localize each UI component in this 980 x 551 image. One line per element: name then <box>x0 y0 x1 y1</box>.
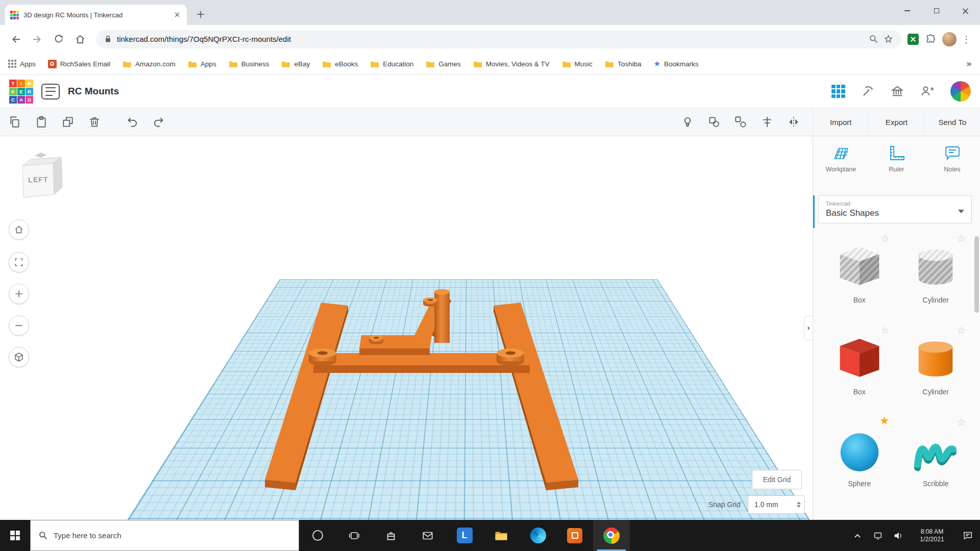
shape-tile-cylinder-striped[interactable]: ☆ Cylinder <box>898 237 974 311</box>
address-bar[interactable]: tinkercad.com/things/7Oq5NQrPXCI-rc-moun… <box>96 30 901 48</box>
window-maximize-button[interactable] <box>922 0 951 21</box>
volume-button[interactable] <box>888 520 909 551</box>
bookmark-folder[interactable]: eBay <box>281 60 310 68</box>
forward-button[interactable] <box>28 30 47 49</box>
shape-tile-scribble[interactable]: ☆ Scribble <box>898 420 974 495</box>
model-left-rail[interactable] <box>265 303 348 483</box>
shape-tile-sphere[interactable]: ★ Sphere <box>821 420 898 495</box>
mirror-button[interactable] <box>786 114 801 130</box>
zoom-out-button[interactable] <box>9 315 29 336</box>
start-button[interactable] <box>0 520 30 551</box>
taskbar-app-mail[interactable] <box>409 520 446 551</box>
copy-button[interactable] <box>7 114 22 130</box>
tinkercad-logo[interactable]: T I N K E R C A D <box>9 80 33 104</box>
notes-tool[interactable]: Notes <box>929 144 976 189</box>
extension-icon-green[interactable] <box>908 34 919 45</box>
taskbar-app-l[interactable]: L <box>446 520 483 551</box>
align-button[interactable] <box>760 114 775 130</box>
favorite-star-icon[interactable]: ☆ <box>957 324 966 336</box>
perspective-toggle-button[interactable] <box>9 347 29 367</box>
tab-close-icon[interactable]: × <box>173 10 182 19</box>
viewcube-side-face[interactable] <box>53 157 62 194</box>
home-button[interactable] <box>70 30 90 49</box>
ruler-tool[interactable]: Ruler <box>873 144 920 189</box>
bookmark-folder[interactable]: Business <box>229 60 270 68</box>
tray-show-hidden-button[interactable] <box>847 520 868 551</box>
action-center-button[interactable] <box>955 520 980 551</box>
building-icon[interactable] <box>890 84 904 98</box>
group-button[interactable] <box>706 114 722 130</box>
shape-library-dropdown[interactable]: Tinkercad Basic Shapes <box>818 195 972 223</box>
design-properties-button[interactable] <box>41 84 60 99</box>
window-minimize-button[interactable] <box>893 0 922 21</box>
panel-scrollbar[interactable] <box>974 236 979 313</box>
duplicate-button[interactable] <box>60 114 76 130</box>
panel-collapse-button[interactable]: › <box>804 316 813 340</box>
browser-menu-button[interactable]: ⋮ <box>959 34 974 44</box>
reload-button[interactable] <box>49 30 68 49</box>
3d-viewport[interactable]: LEFT Edit Grid Snap Grid 1.0 mm › <box>0 136 813 520</box>
undo-button[interactable] <box>125 114 140 130</box>
shapes-view-toggle[interactable] <box>831 85 845 98</box>
taskbar-app-store[interactable] <box>373 520 409 551</box>
send-to-button[interactable]: Send To <box>924 108 980 136</box>
bookmark-folder[interactable]: Games <box>426 60 461 68</box>
favorite-star-icon[interactable]: ☆ <box>880 324 889 336</box>
favorite-star-icon[interactable]: ☆ <box>957 416 966 428</box>
redo-button[interactable] <box>151 114 166 130</box>
back-button[interactable] <box>6 30 26 49</box>
import-button[interactable]: Import <box>813 108 868 136</box>
bookmark-folder[interactable]: Amazon.com <box>122 60 176 68</box>
rc-mount-model[interactable] <box>0 136 813 520</box>
bookmark-folder[interactable]: Toshiba <box>605 60 642 68</box>
export-button[interactable]: Export <box>868 108 924 136</box>
bookmark-folder[interactable]: Education <box>370 60 413 68</box>
invite-person-icon[interactable] <box>920 84 935 98</box>
bookmark-folder[interactable]: eBooks <box>322 60 358 68</box>
model-right-rail[interactable] <box>494 303 578 483</box>
extensions-button[interactable] <box>921 30 940 49</box>
task-view-button[interactable] <box>336 520 373 551</box>
favorite-star-icon[interactable]: ☆ <box>957 233 966 244</box>
fit-view-button[interactable] <box>9 252 29 272</box>
zoom-icon[interactable] <box>869 34 878 44</box>
workplane-tool[interactable]: Workplane <box>818 144 865 189</box>
bookmark-apps-shortcut[interactable]: Apps <box>8 60 36 68</box>
taskbar-app-explorer[interactable] <box>483 520 520 551</box>
view-home-button[interactable] <box>9 219 29 240</box>
shape-tile-box-striped[interactable]: ☆ Box <box>821 237 898 311</box>
new-tab-button[interactable]: + <box>193 7 208 22</box>
browser-profile-avatar[interactable] <box>942 32 957 46</box>
delete-button[interactable] <box>87 114 102 130</box>
window-close-button[interactable]: × <box>951 0 980 21</box>
taskbar-clock[interactable]: 8:08 AM 1/2/2021 <box>909 528 955 543</box>
show-all-button[interactable] <box>680 114 695 130</box>
zoom-in-button[interactable] <box>9 284 29 304</box>
tray-status-button[interactable] <box>868 520 888 551</box>
bookmark-item[interactable]: RichSales Email <box>48 60 110 68</box>
favorite-star-icon[interactable]: ☆ <box>880 233 889 244</box>
taskbar-app-orange[interactable] <box>556 520 593 551</box>
taskbar-app-chrome[interactable] <box>593 520 630 551</box>
edit-grid-button[interactable]: Edit Grid <box>752 470 802 489</box>
browser-tab[interactable]: 3D design RC Mounts | Tinkercad × <box>5 5 187 25</box>
favorite-star-icon-filled[interactable]: ★ <box>879 414 890 427</box>
bookmark-folder[interactable]: Apps <box>188 60 216 68</box>
cortana-button[interactable] <box>299 520 336 551</box>
view-cube[interactable]: LEFT <box>15 151 66 202</box>
pickaxe-icon[interactable] <box>861 84 875 98</box>
bookmark-star-icon[interactable] <box>884 34 893 44</box>
bookmark-folder[interactable]: Music <box>562 60 593 68</box>
shape-tile-cylinder-orange[interactable]: ☆ Cylinder <box>898 329 974 403</box>
ungroup-button[interactable] <box>733 114 748 130</box>
bookmark-folder[interactable]: Movies, Videos & TV <box>473 60 550 68</box>
taskbar-search-input[interactable]: Type here to search <box>30 520 299 551</box>
bookmark-folder-bookmarks[interactable]: ★ Bookmarks <box>653 60 698 68</box>
taskbar-app-edge[interactable] <box>520 520 556 551</box>
paste-button[interactable] <box>34 114 49 130</box>
snap-grid-select[interactable]: 1.0 mm <box>748 495 805 514</box>
bookmarks-overflow-button[interactable]: » <box>966 59 972 69</box>
tinkercad-account-avatar[interactable] <box>950 81 971 102</box>
spinner-caret-icon[interactable] <box>793 502 804 508</box>
shape-tile-box-red[interactable]: ☆ Box <box>821 329 898 403</box>
